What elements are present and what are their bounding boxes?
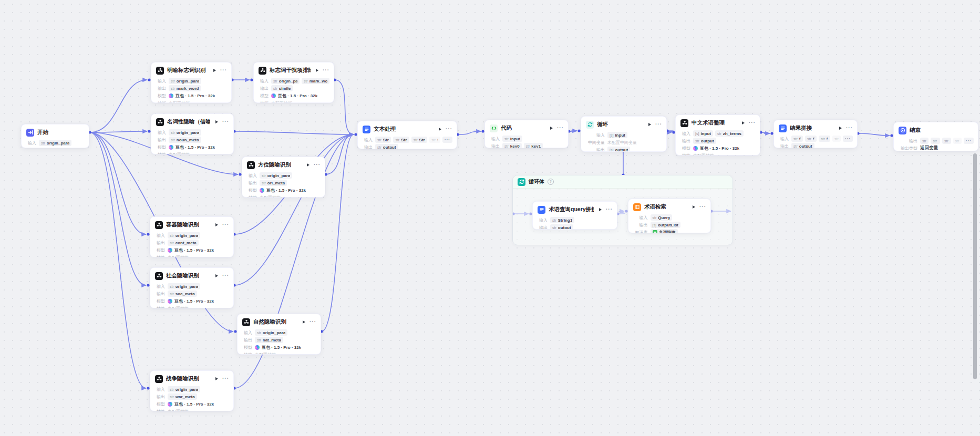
node-end[interactable]: 结束输出strMetastrSimilestrMetostrTerm···输出类… [893,122,978,151]
port-dot[interactable] [147,284,149,286]
node-more-button[interactable]: ··· [606,207,613,212]
variable-tag: strMeta [920,138,929,144]
knowledge-base-chip[interactable]: 名词隐喻 [651,229,678,233]
run-node-button[interactable] [693,205,695,209]
unconfigured-text: 未配置技能 [255,352,276,355]
run-node-button[interactable] [439,128,441,131]
node-cont_meta[interactable]: 容器隐喻识别···输入strorigin_para输出strcont_meta模… [150,216,234,257]
port-dot[interactable] [672,131,675,133]
node-more-button[interactable]: ··· [446,127,452,131]
node-more-button[interactable]: ··· [310,320,316,324]
more-variables-chip[interactable]: ··· [964,138,974,144]
field-label: 技能 [155,255,165,258]
run-node-button[interactable] [215,274,218,277]
port-dot[interactable] [148,78,150,81]
info-icon[interactable]: ? [548,179,554,185]
node-concat[interactable]: 结果拼接···输入strString1strString2strString3s… [773,120,858,148]
node-more-button[interactable]: ··· [222,223,229,227]
node-title: 文本处理 [374,126,434,133]
node-text_proc[interactable]: 文本处理···输入strString1strString2strString3s… [357,121,457,149]
run-node-button[interactable] [316,69,318,72]
node-more-button[interactable]: ··· [699,205,706,209]
node-more-button[interactable]: ··· [323,68,329,72]
node-more-button[interactable]: ··· [314,163,321,167]
variable-tag: strwar_meta [168,393,197,400]
port-dot[interactable] [770,132,773,134]
run-node-button[interactable] [648,123,651,126]
node-more-button[interactable]: ··· [220,68,227,72]
node-marker_filter[interactable]: 标志词干扰项排除···输入strorigin_parastrmark_word输… [253,62,334,103]
edge[interactable] [90,132,146,234]
node-simile_marker[interactable]: 明喻标志词识别···输入strorigin_para输出strmark_word… [151,62,232,103]
node-more-button[interactable]: ··· [222,274,229,278]
run-node-button[interactable] [742,121,745,124]
field-label: 输出 [155,394,165,400]
run-node-button[interactable] [215,120,218,123]
node-more-button[interactable]: ··· [557,126,564,130]
node-title: 战争隐喻识别 [166,375,210,382]
port-dot[interactable] [481,130,484,132]
node-term_search[interactable]: 术语检索···输入strQuery输出[s]outputList知识库名词隐喻 [628,199,711,233]
node-war_meta[interactable]: 战争隐喻识别···输入strorigin_para输出strwar_meta模型… [150,370,234,411]
field-label: 技能 [155,306,165,309]
model-icon [168,299,172,304]
node-more-button[interactable]: ··· [222,120,229,124]
port-dot[interactable] [577,129,580,132]
run-node-button[interactable] [213,69,216,72]
node-more-button[interactable]: ··· [846,126,853,130]
field-label: 模型 [155,401,165,407]
port-dot[interactable] [148,130,150,132]
field-label: 输入 [155,387,165,392]
field-label: 输出 [155,240,165,246]
variable-tag: strMeto [942,138,951,144]
workflow-canvas[interactable]: 循环体 ? 开始输入strorigin_para明喻标志词识别···输入stro… [0,0,980,436]
run-node-button[interactable] [215,377,218,380]
node-field-row: 输出stroutput [538,224,613,230]
node-more-button[interactable]: ··· [749,121,756,125]
node-noun_meta[interactable]: 名词性隐喻（借喻）识别···输入strorigin_para输出strnoun_… [151,113,234,154]
run-node-button[interactable] [599,208,602,211]
port-dot[interactable] [239,173,241,175]
edge[interactable] [858,133,890,136]
edge[interactable] [90,131,147,132]
node-more-button[interactable]: ··· [222,377,229,381]
node-field-row: 技能未配置技能 [259,100,329,103]
node-nat_meta[interactable]: 自然隐喻识别···输入strorigin_para输出strnat_meta模型… [237,314,321,355]
edge[interactable] [90,132,146,388]
node-more-button[interactable]: ··· [655,122,662,127]
node-zh_terms[interactable]: 中文术语整理···输入[s]inputstrzh_terms输出stroutpu… [675,115,760,155]
more-variables-chip[interactable]: ··· [442,137,452,143]
port-dot[interactable] [250,78,253,81]
node-query_concat[interactable]: 术语查询query拼接···输入strString1输出stroutput [532,201,617,230]
edge[interactable] [234,131,354,134]
run-node-button[interactable] [550,127,553,130]
node-title: 开始 [37,129,85,136]
port-dot[interactable] [147,233,149,235]
node-title: 方位隐喻识别 [258,161,302,169]
model-name: 豆包 · 1.5 · Pro · 32k [174,401,214,407]
edge[interactable] [335,80,354,134]
unconfigured-text: 未配置技能 [169,100,190,103]
run-node-button[interactable] [839,127,842,130]
port-dot[interactable] [354,133,357,136]
port-dot[interactable] [234,330,236,333]
vertical-scrollbar[interactable] [973,153,977,379]
node-soc_meta[interactable]: 社会隐喻识别···输入strorigin_para输出strsoc_meta模型… [150,267,234,308]
node-start[interactable]: 开始输入strorigin_para [21,124,89,148]
node-code[interactable]: 代码···输入strinput输出strkey0strkey1 [484,120,569,148]
run-node-button[interactable] [307,163,310,167]
node-ori_meta[interactable]: 方位隐喻识别···输入strorigin_para输出strori_meta模型… [242,157,325,198]
node-field-row: 中间变量未配置中间变量 [586,139,662,146]
edge[interactable] [458,131,481,134]
edge[interactable] [90,80,147,132]
node-loop[interactable]: 循环···输入[s]input中间变量未配置中间变量输出[s]output [581,116,667,152]
port-dot[interactable] [147,387,149,389]
variable-tag: strsoc_meta [168,290,197,297]
more-variables-chip[interactable]: ··· [843,136,853,142]
run-node-button[interactable] [303,320,305,324]
port-dot[interactable] [890,134,893,137]
run-node-button[interactable] [215,223,218,226]
node-field-row: 输出strwar_meta [155,393,229,400]
variable-tag: strkey1 [524,143,543,148]
edge[interactable] [90,132,146,285]
